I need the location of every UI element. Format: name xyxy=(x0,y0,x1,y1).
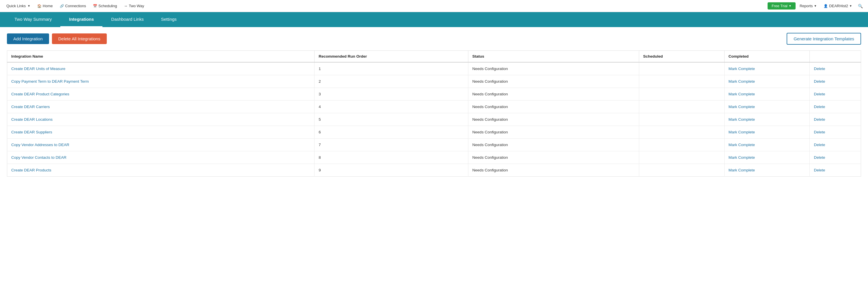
run-order-cell: 2 xyxy=(314,75,468,88)
integrations-table: Integration Name Recommended Run Order S… xyxy=(7,50,861,177)
delete-link[interactable]: Delete xyxy=(814,105,825,109)
scheduled-cell xyxy=(639,139,724,151)
status-cell: Needs Configuration xyxy=(468,126,639,139)
integration-name-link[interactable]: Create DEAR Units of Measure xyxy=(11,67,65,71)
two-way-nav-item[interactable]: Two Way xyxy=(121,2,147,10)
mark-complete-link[interactable]: Mark Complete xyxy=(728,117,755,122)
integration-name-cell: Copy Vendor Contacts to DEAR xyxy=(7,151,314,164)
mark-complete-cell: Mark Complete xyxy=(724,164,810,177)
run-order-cell: 3 xyxy=(314,88,468,101)
buttons-row: Add Integration Delete All Integrations … xyxy=(7,33,861,45)
top-nav: Quick Links ▼ Home Connections Schedulin… xyxy=(0,0,868,12)
mark-complete-link[interactable]: Mark Complete xyxy=(728,105,755,109)
second-nav-item-two-way-summary[interactable]: Two Way Summary xyxy=(6,12,60,27)
scheduling-label: Scheduling xyxy=(98,4,117,8)
search-button[interactable] xyxy=(856,2,865,10)
second-nav-item-dashboard-links[interactable]: Dashboard Links xyxy=(102,12,152,27)
run-order-cell: 5 xyxy=(314,113,468,126)
integration-name-cell: Create DEAR Suppliers xyxy=(7,126,314,139)
delete-cell: Delete xyxy=(810,164,861,177)
integration-name-link[interactable]: Copy Vendor Addresses to DEAR xyxy=(11,143,69,147)
delete-all-button[interactable]: Delete All Integrations xyxy=(52,33,107,44)
delete-cell: Delete xyxy=(810,151,861,164)
mark-complete-link[interactable]: Mark Complete xyxy=(728,92,755,96)
run-order-cell: 6 xyxy=(314,126,468,139)
integration-name-link[interactable]: Create DEAR Suppliers xyxy=(11,130,52,134)
delete-cell: Delete xyxy=(810,75,861,88)
integration-name-link[interactable]: Create DEAR Locations xyxy=(11,117,53,122)
scheduled-cell xyxy=(639,88,724,101)
status-cell: Needs Configuration xyxy=(468,62,639,75)
table-body: Create DEAR Units of Measure1Needs Confi… xyxy=(7,62,861,177)
delete-link[interactable]: Delete xyxy=(814,92,825,96)
mark-complete-cell: Mark Complete xyxy=(724,126,810,139)
delete-link[interactable]: Delete xyxy=(814,67,825,71)
col-header-run-order: Recommended Run Order xyxy=(314,51,468,63)
delete-link[interactable]: Delete xyxy=(814,117,825,122)
user-menu[interactable]: DEARHist2 ▼ xyxy=(821,2,855,10)
mark-complete-cell: Mark Complete xyxy=(724,139,810,151)
mark-complete-cell: Mark Complete xyxy=(724,62,810,75)
mark-complete-cell: Mark Complete xyxy=(724,101,810,113)
connections-label: Connections xyxy=(65,4,86,8)
col-header-scheduled: Scheduled xyxy=(639,51,724,63)
quick-links-menu[interactable]: Quick Links ▼ xyxy=(3,2,33,10)
table-row: Copy Payment Term to DEAR Payment Term2N… xyxy=(7,75,861,88)
reports-menu[interactable]: Reports ▼ xyxy=(797,2,819,10)
status-cell: Needs Configuration xyxy=(468,75,639,88)
scheduled-cell xyxy=(639,164,724,177)
scheduled-cell xyxy=(639,151,724,164)
mark-complete-cell: Mark Complete xyxy=(724,88,810,101)
mark-complete-link[interactable]: Mark Complete xyxy=(728,67,755,71)
scheduled-cell xyxy=(639,75,724,88)
mark-complete-link[interactable]: Mark Complete xyxy=(728,79,755,83)
connections-nav-item[interactable]: Connections xyxy=(57,2,89,10)
add-integration-button[interactable]: Add Integration xyxy=(7,33,49,44)
delete-link[interactable]: Delete xyxy=(814,168,825,172)
integration-name-cell: Create DEAR Product Categories xyxy=(7,88,314,101)
delete-cell: Delete xyxy=(810,139,861,151)
delete-link[interactable]: Delete xyxy=(814,155,825,160)
mark-complete-link[interactable]: Mark Complete xyxy=(728,130,755,134)
col-header-status: Status xyxy=(468,51,639,63)
quick-links-label: Quick Links xyxy=(6,4,26,8)
col-header-integration-name: Integration Name xyxy=(7,51,314,63)
table-row: Create DEAR Units of Measure1Needs Confi… xyxy=(7,62,861,75)
delete-link[interactable]: Delete xyxy=(814,79,825,83)
free-trial-label: Free Trial xyxy=(772,4,787,8)
free-trial-button[interactable]: Free Trial ▼ xyxy=(768,2,796,9)
run-order-cell: 4 xyxy=(314,101,468,113)
delete-link[interactable]: Delete xyxy=(814,130,825,134)
integration-name-link[interactable]: Create DEAR Product Categories xyxy=(11,92,69,96)
mark-complete-cell: Mark Complete xyxy=(724,75,810,88)
mark-complete-link[interactable]: Mark Complete xyxy=(728,155,755,160)
run-order-cell: 7 xyxy=(314,139,468,151)
user-caret: ▼ xyxy=(849,4,852,7)
integration-name-cell: Create DEAR Units of Measure xyxy=(7,62,314,75)
second-nav-item-settings[interactable]: Settings xyxy=(152,12,185,27)
table-row: Create DEAR Products9Needs Configuration… xyxy=(7,164,861,177)
table-row: Copy Vendor Addresses to DEAR7Needs Conf… xyxy=(7,139,861,151)
integration-name-link[interactable]: Copy Payment Term to DEAR Payment Term xyxy=(11,79,89,83)
status-cell: Needs Configuration xyxy=(468,88,639,101)
connections-icon xyxy=(60,4,64,8)
scheduled-cell xyxy=(639,101,724,113)
scheduled-cell xyxy=(639,126,724,139)
second-nav-item-integrations[interactable]: Integrations xyxy=(60,12,102,27)
status-cell: Needs Configuration xyxy=(468,101,639,113)
integration-name-link[interactable]: Create DEAR Products xyxy=(11,168,51,172)
integration-name-link[interactable]: Copy Vendor Contacts to DEAR xyxy=(11,155,66,160)
run-order-cell: 8 xyxy=(314,151,468,164)
col-header-actions xyxy=(810,51,861,63)
mark-complete-link[interactable]: Mark Complete xyxy=(728,168,755,172)
mark-complete-link[interactable]: Mark Complete xyxy=(728,143,755,147)
home-nav-item[interactable]: Home xyxy=(34,2,56,10)
reports-caret: ▼ xyxy=(814,4,817,7)
second-nav: Two Way SummaryIntegrationsDashboard Lin… xyxy=(0,12,868,27)
generate-templates-button[interactable]: Generate Integration Templates xyxy=(786,33,861,45)
integration-name-cell: Copy Vendor Addresses to DEAR xyxy=(7,139,314,151)
scheduling-nav-item[interactable]: Scheduling xyxy=(90,2,120,10)
delete-link[interactable]: Delete xyxy=(814,143,825,147)
integration-name-link[interactable]: Create DEAR Carriers xyxy=(11,105,50,109)
delete-cell: Delete xyxy=(810,113,861,126)
